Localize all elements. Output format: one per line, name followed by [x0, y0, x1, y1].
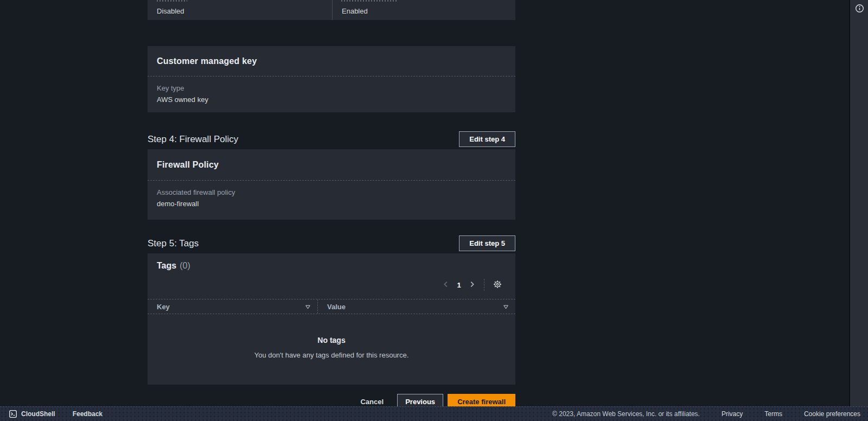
terms-link[interactable]: Terms [764, 410, 782, 418]
panel-title: Firewall Policy [157, 160, 219, 170]
privacy-link[interactable]: Privacy [722, 410, 743, 418]
column-header-key: Key [148, 299, 318, 314]
panel-title: Customer managed key [157, 56, 257, 66]
edit-step5-button[interactable]: Edit step 5 [459, 235, 515, 251]
feedback-button[interactable]: Feedback [73, 410, 103, 418]
panel-body: Key type AWS owned key [148, 76, 515, 111]
tags-count: (0) [180, 261, 190, 271]
step5-heading: Step 5: Tags [148, 238, 199, 249]
tags-panel: Tags (0) 1 [148, 253, 515, 385]
info-button[interactable] [854, 4, 865, 14]
panel-body: Associated firewall policy demo-firewall [148, 181, 515, 215]
toolbar-divider [484, 279, 484, 291]
panel-header: Firewall Policy [148, 149, 515, 181]
cloudshell-icon [9, 410, 17, 418]
column-label: Value [327, 303, 346, 311]
cutoff-label-right [341, 0, 398, 2]
firewall-policy-panel: Firewall Policy Associated firewall poli… [148, 149, 515, 220]
review-content-column: Disabled Enabled Customer managed key Ke… [148, 0, 515, 410]
column-header-value: Value [318, 299, 515, 314]
customer-managed-key-panel: Customer managed key Key type AWS owned … [148, 46, 515, 112]
help-panel-strip [849, 0, 868, 406]
table-preferences-button[interactable] [490, 277, 505, 292]
review-page: Disabled Enabled Customer managed key Ke… [0, 0, 868, 421]
cookie-preferences-link[interactable]: Cookie preferences [804, 410, 860, 418]
field-value: demo-firewall [157, 200, 506, 208]
chevron-left-icon [442, 280, 450, 290]
cutoff-label-left [157, 0, 187, 2]
sort-caret-icon[interactable] [305, 304, 311, 310]
empty-state-title: No tags [317, 336, 345, 345]
field-label: Associated firewall policy [157, 188, 506, 196]
gear-icon [493, 279, 502, 291]
tags-title: Tags [157, 261, 176, 271]
field-value: Disabled [148, 0, 333, 20]
scrolled-panel-partial: Disabled Enabled [148, 0, 515, 20]
field-value: Enabled [333, 0, 368, 20]
column-label: Key [157, 303, 170, 311]
field-value: AWS owned key [157, 95, 506, 104]
chevron-right-icon [468, 280, 476, 290]
cloudshell-button[interactable]: CloudShell [9, 410, 55, 418]
pagination-page-1[interactable]: 1 [454, 281, 464, 289]
info-icon [855, 4, 864, 15]
console-footer: CloudShell Feedback © 2023, Amazon Web S… [0, 406, 868, 421]
tags-panel-header: Tags (0) 1 [148, 253, 515, 299]
tags-empty-state: No tags You don't have any tags defined … [148, 314, 515, 385]
pagination-next-button[interactable] [464, 277, 480, 292]
pagination-prev-button[interactable] [438, 277, 454, 292]
cancel-button[interactable]: Cancel [360, 398, 384, 406]
edit-step4-button[interactable]: Edit step 4 [459, 131, 515, 147]
field-label: Key type [157, 84, 506, 92]
step5-section-row: Step 5: Tags Edit step 5 [148, 235, 515, 251]
copyright-text: © 2023, Amazon Web Services, Inc. or its… [552, 410, 700, 418]
tags-toolbar: 1 [157, 271, 506, 299]
step4-heading: Step 4: Firewall Policy [148, 134, 238, 145]
step4-section-row: Step 4: Firewall Policy Edit step 4 [148, 131, 515, 147]
tags-table-header: Key Value [148, 299, 515, 314]
sort-caret-icon[interactable] [503, 304, 509, 310]
cloudshell-label: CloudShell [21, 410, 55, 418]
panel-header: Customer managed key [148, 46, 515, 76]
empty-state-message: You don't have any tags defined for this… [254, 351, 409, 359]
